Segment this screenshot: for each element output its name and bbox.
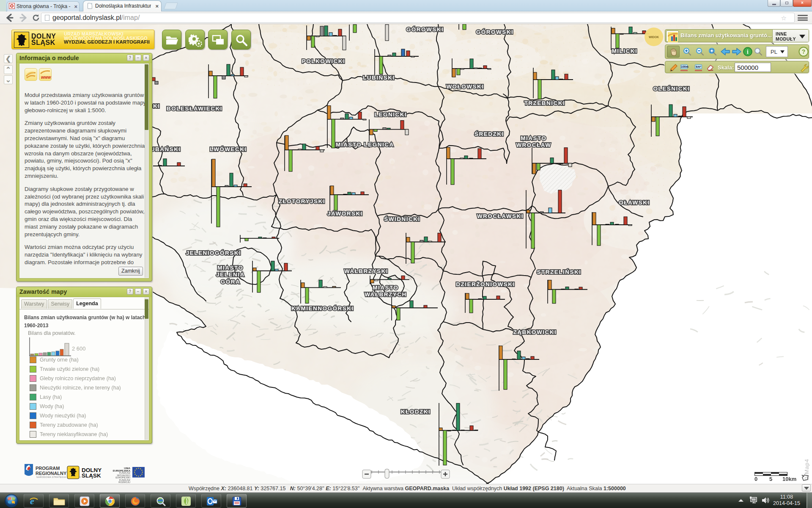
- svg-text:WROCŁAWSKI: WROCŁAWSKI: [477, 213, 524, 219]
- svg-text:LWÓWECKI: LWÓWECKI: [210, 146, 247, 152]
- svg-text:DZIERŻONIOWSKI: DZIERŻONIOWSKI: [456, 281, 515, 287]
- svg-text:i: i: [747, 49, 749, 55]
- svg-text:5: 5: [769, 476, 772, 482]
- svg-text:WROCŁAW: WROCŁAW: [516, 142, 551, 148]
- svg-text:JAWORSKI: JAWORSKI: [327, 210, 363, 217]
- svg-text:MIASTO: MIASTO: [373, 284, 398, 291]
- svg-text:GÓRA: GÓRA: [221, 279, 241, 285]
- svg-text:www: www: [41, 75, 51, 80]
- svg-text:MIASTO: MIASTO: [521, 135, 546, 141]
- svg-text:KŁODZKI: KŁODZKI: [401, 409, 431, 415]
- svg-text:JELENIA: JELENIA: [216, 271, 245, 278]
- svg-text:ŚREDZKI: ŚREDZKI: [475, 131, 504, 137]
- svg-text:KAMIENNOGÓRSKI: KAMIENNOGÓRSKI: [291, 305, 354, 312]
- svg-text:WAŁBRZYCH: WAŁBRZYCH: [365, 291, 407, 298]
- svg-text:0: 0: [754, 476, 757, 482]
- svg-text:MIASTO LEGNICA: MIASTO LEGNICA: [336, 141, 394, 148]
- svg-text:ZŁOTORYJSKI: ZŁOTORYJSKI: [279, 198, 325, 204]
- svg-text:OLEŚNICKI: OLEŚNICKI: [653, 86, 690, 92]
- svg-text:MIASTO: MIASTO: [217, 265, 243, 271]
- svg-text:WIDOK: WIDOK: [649, 36, 659, 39]
- svg-text:JELENIOGÓRSKI: JELENIOGÓRSKI: [186, 250, 241, 256]
- svg-text:10km: 10km: [782, 476, 796, 482]
- svg-text:ZĄBKOWICKI: ZĄBKOWICKI: [513, 329, 557, 335]
- svg-text:ŚWIDNICKI: ŚWIDNICKI: [384, 216, 420, 222]
- svg-text:LUBIŃSKI: LUBIŃSKI: [363, 75, 395, 81]
- svg-text:MILICKI: MILICKI: [612, 48, 638, 54]
- svg-text:GÓROWSKI: GÓROWSKI: [406, 26, 444, 33]
- svg-text:LEGNICKI: LEGNICKI: [375, 111, 407, 118]
- svg-text:?: ?: [802, 48, 806, 55]
- svg-text:OŁAWSKI: OŁAWSKI: [619, 199, 650, 206]
- svg-text:TRZEBNICKI: TRZEBNICKI: [524, 100, 565, 106]
- svg-text:STRZELIŃSKI: STRZELIŃSKI: [537, 269, 581, 275]
- svg-text:WAŁBRZYSKI: WAŁBRZYSKI: [344, 268, 388, 274]
- svg-text:POLKOWICKI: POLKOWICKI: [302, 58, 346, 64]
- svg-text:GÓROWSKI: GÓROWSKI: [476, 29, 514, 35]
- svg-text:WOŁOWSKI: WOŁOWSKI: [446, 83, 484, 90]
- svg-text:BOLESŁAWIECKI: BOLESŁAWIECKI: [167, 105, 222, 112]
